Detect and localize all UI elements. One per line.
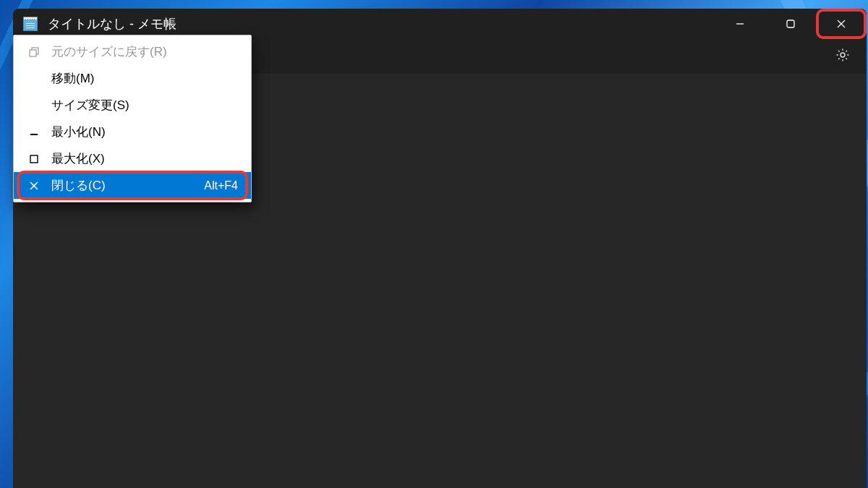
svg-rect-1 <box>787 20 794 27</box>
svg-rect-8 <box>30 155 38 163</box>
menu-item-shortcut: Alt+F4 <box>204 179 238 192</box>
notepad-window: タイトルなし - メモ帳 元のサイズに戻す <box>13 9 867 488</box>
minimize-button[interactable] <box>715 9 765 39</box>
maximize-icon <box>24 154 44 164</box>
menu-item-label: サイズ変更(S) <box>51 97 238 114</box>
menu-item-restore: 元のサイズに戻す(R) <box>14 38 251 65</box>
svg-point-4 <box>841 53 845 57</box>
menu-item-minimize[interactable]: 最小化(N) <box>14 119 251 145</box>
menu-item-size[interactable]: サイズ変更(S) <box>14 92 251 119</box>
menu-item-close[interactable]: 閉じる(C) Alt+F4 <box>14 172 251 199</box>
menu-item-label: 閉じる(C) <box>51 177 204 194</box>
window-controls <box>715 9 867 39</box>
menu-item-label: 最大化(X) <box>51 150 238 167</box>
settings-button[interactable] <box>835 47 851 66</box>
close-icon <box>836 19 846 29</box>
menu-item-label: 元のサイズに戻す(R) <box>51 43 238 60</box>
minimize-icon <box>735 19 745 29</box>
restore-icon <box>24 47 44 57</box>
svg-rect-6 <box>30 50 36 56</box>
menu-item-move[interactable]: 移動(M) <box>14 65 251 92</box>
menu-item-label: 移動(M) <box>51 70 238 87</box>
window-title: タイトルなし - メモ帳 <box>48 15 176 33</box>
close-icon <box>24 181 44 190</box>
maximize-button[interactable] <box>765 9 816 39</box>
close-button[interactable] <box>816 9 867 39</box>
gear-icon <box>835 47 851 63</box>
menu-item-label: 最小化(N) <box>51 124 238 140</box>
maximize-icon <box>786 19 796 29</box>
notepad-icon[interactable] <box>23 17 38 31</box>
minimize-icon <box>24 127 44 137</box>
system-menu: 元のサイズに戻す(R) 移動(M) サイズ変更(S) 最小化(N) 最大化(X) <box>13 35 252 202</box>
menu-item-maximize[interactable]: 最大化(X) <box>14 145 251 172</box>
